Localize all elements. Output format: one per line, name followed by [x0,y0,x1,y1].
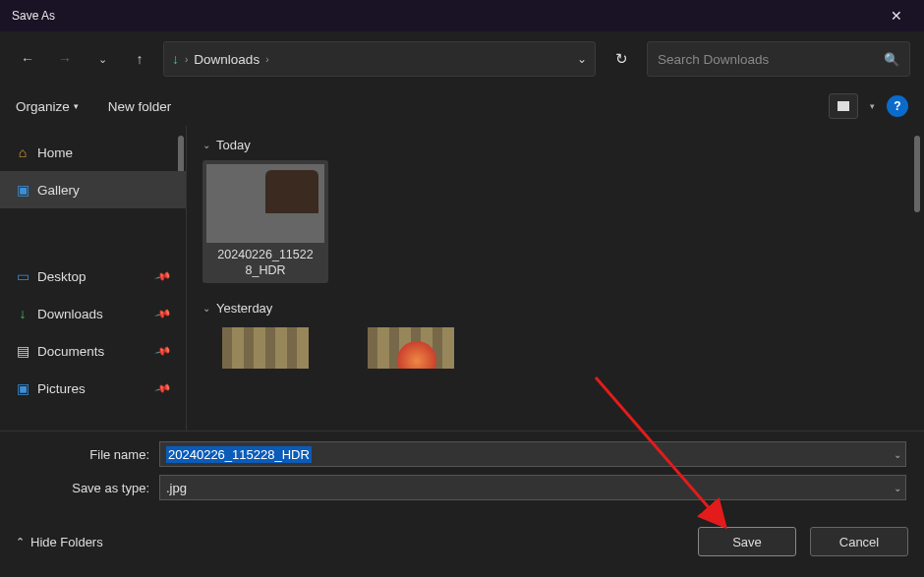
file-thumb[interactable] [348,323,474,373]
pictures-icon: ▣ [14,380,31,396]
help-button[interactable]: ? [887,95,908,117]
thumbnail-image [222,327,309,369]
history-dropdown[interactable]: ⌄ [88,45,116,73]
pin-icon: 📌 [154,305,173,322]
chevron-down-icon[interactable]: ⌄ [894,483,901,493]
chevron-down-icon: ⌄ [202,303,210,314]
thumbnail-image [368,327,454,369]
file-thumb[interactable] [202,323,328,373]
sidebar-item-desktop[interactable]: ▭ Desktop 📌 [0,258,186,295]
group-label: Yesterday [216,301,272,316]
view-dropdown-icon[interactable]: ▾ [870,101,875,111]
toolbar: Organize ▾ New folder ▾ ? [0,87,924,126]
chevron-down-icon: ⌄ [202,140,210,150]
file-thumb-selected[interactable]: 20240226_11522 8_HDR [202,160,328,283]
downloads-icon: ↓ [14,306,31,321]
search-icon: 🔍 [884,52,899,67]
sidebar-item-label: Pictures [37,381,86,396]
cancel-button[interactable]: Cancel [810,527,908,556]
forward-button[interactable]: → [51,45,79,73]
view-mode-icon [837,101,849,111]
group-label: Today [216,138,251,152]
filename-value: 20240226_115228_HDR [166,446,312,463]
sidebar-item-gallery[interactable]: ▣ Gallery [0,171,186,208]
footer: ⌃ Hide Folders Save Cancel [0,514,924,569]
organize-label: Organize [16,99,70,114]
group-header-today[interactable]: ⌄ Today [202,138,908,152]
organize-button[interactable]: Organize ▾ [16,99,79,114]
titlebar: Save As ✕ [0,0,924,31]
back-button[interactable]: ← [14,45,41,73]
sidebar-item-label: Home [37,145,73,160]
chevron-right-icon: › [185,54,188,65]
gallery-icon: ▣ [14,182,31,198]
sidebar-item-label: Documents [37,344,104,359]
refresh-button[interactable]: ↻ [606,41,637,77]
main-area: ⌂ Home ▣ Gallery ▭ Desktop 📌 ↓ Downloads… [0,126,924,431]
close-icon[interactable]: ✕ [881,8,912,24]
chevron-right-icon: › [265,54,268,65]
thumbnail-image [206,164,324,243]
chevron-down-icon[interactable]: ⌄ [894,449,901,460]
sidebar-item-pictures[interactable]: ▣ Pictures 📌 [0,370,186,407]
form-panel: File name: 20240226_115228_HDR ⌄ Save as… [0,431,924,514]
chevron-down-icon: ▾ [74,101,79,111]
group-header-yesterday[interactable]: ⌄ Yesterday [202,301,908,316]
address-dropdown-icon[interactable]: ⌄ [577,52,587,66]
hide-folders-label: Hide Folders [30,535,103,549]
sidebar-item-home[interactable]: ⌂ Home [0,134,186,171]
hide-folders-button[interactable]: ⌃ Hide Folders [16,535,103,549]
desktop-icon: ▭ [14,268,31,284]
sidebar-item-label: Desktop [37,269,87,284]
filetype-label: Save as type: [18,481,149,495]
up-button[interactable]: ↑ [126,45,153,73]
pin-icon: 📌 [154,379,173,397]
pin-icon: 📌 [154,267,173,285]
view-mode-button[interactable] [829,93,858,119]
new-folder-button[interactable]: New folder [108,99,172,114]
breadcrumb-location[interactable]: Downloads [194,52,260,67]
filetype-value: .jpg [166,481,899,495]
search-box[interactable]: 🔍 [647,41,910,77]
sidebar: ⌂ Home ▣ Gallery ▭ Desktop 📌 ↓ Downloads… [0,126,187,431]
downloads-location-icon: ↓ [172,51,179,67]
sidebar-item-label: Gallery [37,183,80,198]
save-button[interactable]: Save [698,527,796,556]
pin-icon: 📌 [154,342,173,360]
search-input[interactable] [658,52,884,67]
file-view: ⌄ Today 20240226_11522 8_HDR ⌄ Yesterday [187,126,924,431]
filetype-select[interactable]: .jpg ⌄ [159,475,906,500]
home-icon: ⌂ [14,144,31,160]
navigation-row: ← → ⌄ ↑ ↓ › Downloads › ⌄ ↻ 🔍 [0,31,924,87]
window-title: Save As [12,9,55,23]
filename-label: File name: [18,447,149,462]
documents-icon: ▤ [14,343,31,359]
address-bar[interactable]: ↓ › Downloads › ⌄ [163,41,596,77]
chevron-up-icon: ⌃ [16,536,25,548]
sidebar-item-documents[interactable]: ▤ Documents 📌 [0,332,186,370]
content-scrollbar[interactable] [914,136,920,212]
sidebar-item-downloads[interactable]: ↓ Downloads 📌 [0,295,186,332]
filename-input[interactable]: 20240226_115228_HDR ⌄ [159,441,906,467]
sidebar-item-label: Downloads [37,307,103,321]
thumbnail-caption: 20240226_11522 8_HDR [217,247,313,279]
